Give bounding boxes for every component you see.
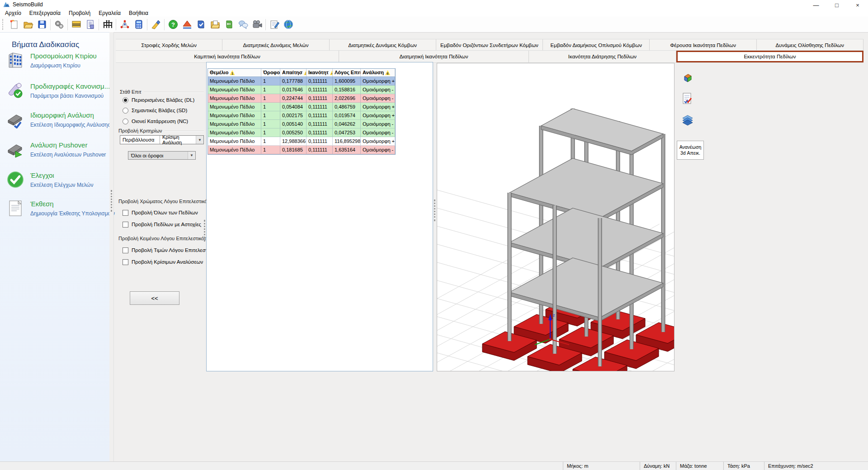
table-row[interactable]: Μεμονωμένο Πέδιλο 1 0,181685 0,111111 1,… — [208, 146, 395, 154]
video-tutorial-icon[interactable] — [250, 18, 264, 31]
collapse-panel-button[interactable]: << — [130, 291, 179, 305]
column-header-foundation[interactable]: Θεμέλιο1 — [208, 69, 261, 76]
layers-icon[interactable] — [679, 111, 696, 128]
step-subtitle[interactable]: Δημιουργία Έκθεσης Υπολογισμών — [30, 210, 115, 217]
report-template-icon[interactable] — [83, 18, 97, 31]
step-subtitle[interactable]: Εκτέλεση Ελέγχων Μελών — [30, 182, 93, 188]
step-title: Προσομοίωση Κτιρίου — [30, 52, 97, 60]
table-row[interactable]: Μεμονωμένο Πέδιλο 1 12,988366 0,111111 1… — [208, 137, 395, 146]
close-button[interactable]: × — [847, 0, 868, 10]
radio-label[interactable]: Σημαντικές Βλάβες (SD) — [132, 108, 187, 113]
cell-demand: 0,177788 — [280, 77, 307, 85]
sidebar-item-report[interactable]: Έκθεση Δημιουργία Έκθεσης Υπολογισμών — [5, 199, 108, 225]
sidebar-item-pushover-analysis[interactable]: Ανάλυση Pushover Εκτέλεση Αναλύσεων Push… — [5, 140, 108, 166]
title-bar: SeismoBuild — □ × — [0, 0, 868, 9]
step-subtitle[interactable]: Διαμόρφωση Κτιρίου — [30, 62, 80, 69]
edit-drawing-icon[interactable] — [267, 18, 281, 31]
radio-significant-damage[interactable] — [123, 108, 128, 114]
new-project-icon[interactable] — [7, 18, 21, 31]
cell-demand: 0,005140 — [280, 120, 307, 128]
cell-analysis: Ομοιόμορφη - — [361, 146, 395, 154]
radio-label[interactable]: Περιορισμένες Βλάβες (DL) — [132, 97, 194, 103]
open-project-icon[interactable] — [21, 18, 35, 31]
radio-limited-damage[interactable] — [123, 97, 128, 103]
cell-foundation: Μεμονωμένο Πέδιλο — [208, 103, 261, 111]
step-subtitle[interactable]: Εκτέλεση Ιδιομορφικής Ανάλυσης — [30, 122, 110, 128]
cell-foundation: Μεμονωμένο Πέδιλο — [208, 146, 261, 154]
sidebar-title: Βήματα Διαδικασίας — [12, 40, 79, 49]
modal-results-icon[interactable] — [180, 18, 194, 31]
sidebar-item-code-requirements[interactable]: Προδιαγραφές Κανονισμ... Παράμετροι βάσε… — [5, 81, 108, 108]
calculator-icon[interactable] — [132, 18, 146, 31]
toolbar-grip[interactable] — [2, 19, 5, 30]
checkbox-label[interactable]: Προβολή Πεδίλων με Αστοχίες — [132, 222, 201, 227]
cell-demand: 0,017646 — [280, 85, 307, 94]
menu-item[interactable]: Προβολή — [65, 9, 94, 17]
radio-near-collapse[interactable] — [123, 119, 128, 124]
table-row[interactable]: Μεμονωμένο Πέδιλο 1 0,002175 0,111111 0,… — [208, 111, 395, 120]
save-project-icon[interactable] — [35, 18, 49, 31]
column-header-storey[interactable]: Όροφο2 — [261, 69, 280, 76]
settings-gears-icon[interactable] — [52, 18, 66, 31]
cell-capacity: 0,111111 — [307, 111, 333, 119]
table-row[interactable]: Μεμονωμένο Πέδιλο 1 0,224744 0,111111 2,… — [208, 94, 395, 103]
help-icon[interactable]: ? — [166, 18, 180, 31]
feedback-chat-icon[interactable] — [236, 18, 250, 31]
step-subtitle[interactable]: Εκτέλεση Αναλύσεων Pushover — [30, 152, 106, 158]
step-subtitle[interactable]: Παράμετροι βάσει Κανονισμού — [30, 93, 104, 99]
cell-storey: 1 — [261, 103, 280, 111]
export-book-icon[interactable] — [222, 18, 236, 31]
criteria-view-group: Προβολή Κριτηρίων — [118, 128, 204, 133]
minimize-button[interactable]: — — [806, 0, 826, 10]
radio-label[interactable]: Οιονεί Κατάρρευση (NC) — [132, 119, 188, 124]
table-row[interactable]: Μεμονωμένο Πέδιλο 1 0,177788 0,111111 1,… — [208, 77, 395, 85]
code-check-icon[interactable] — [194, 18, 208, 31]
step-title: Έλεγχοι — [30, 171, 54, 179]
chevron-down-icon[interactable]: ▼ — [188, 152, 195, 159]
sidebar-item-eigenvalue-analysis[interactable]: Ιδιομορφική Ανάλυση Εκτέλεση Ιδιομορφική… — [5, 110, 108, 137]
column-header-ratio[interactable]: Λόγος Επιτε5 — [333, 69, 361, 76]
checkbox-show-critical-analyses[interactable] — [123, 259, 128, 265]
column-header-capacity[interactable]: Ικανότητ4 — [307, 69, 333, 76]
step-title: Ιδιομορφική Ανάλυση — [30, 111, 94, 119]
checkbox-label[interactable]: Προβολή Όλων των Πεδίλων — [132, 210, 198, 215]
column-header-analysis[interactable]: Ανάλυση6 — [361, 69, 395, 76]
menu-item[interactable]: Εργαλεία — [94, 9, 125, 17]
model-3d-icon[interactable] — [118, 18, 132, 31]
menu-item[interactable]: Βοήθεια — [125, 9, 152, 17]
table-row[interactable]: Μεμονωμένο Πέδιλο 1 0,005250 0,111111 0,… — [208, 128, 395, 137]
paint-display-icon[interactable] — [149, 18, 163, 31]
menu-item[interactable]: Αρχείο — [1, 9, 25, 17]
checkbox-label[interactable]: Προβολή Κρίσιμων Αναλύσεων — [132, 259, 203, 265]
table-row[interactable]: Μεμονωμένο Πέδιλο 1 0,054084 0,111111 0,… — [208, 103, 395, 111]
step-title: Έκθεση — [30, 200, 54, 208]
web-globe-icon[interactable] — [281, 18, 295, 31]
refresh-3d-button[interactable]: Ανανέωση 3d Απεικ. — [677, 141, 704, 160]
frame-model-icon[interactable] — [100, 18, 114, 31]
toolbar-separator — [99, 19, 99, 30]
chevron-down-icon[interactable]: ▼ — [196, 136, 203, 144]
sidebar-item-building-modelling[interactable]: Προσομοίωση Κτιρίου Διαμόρφωση Κτιρίου — [5, 51, 108, 77]
code-requirements-icon — [6, 81, 24, 100]
table-row[interactable]: Μεμονωμένο Πέδιλο 1 0,017646 0,111111 0,… — [208, 85, 395, 94]
checkbox-show-all-footings[interactable] — [123, 210, 128, 216]
sidebar-item-checks[interactable]: Έλεγχοι Εκτέλεση Ελέγχων Μελών — [5, 171, 108, 197]
cell-ratio: 1,600095 — [333, 77, 361, 85]
checkbox-show-ratio-values[interactable] — [123, 247, 128, 253]
cell-ratio: 0,047253 — [333, 128, 361, 137]
view-3d-icon[interactable] — [679, 69, 696, 86]
project-folder-icon[interactable] — [208, 18, 222, 31]
menu-item[interactable]: Επεξεργασία — [25, 9, 65, 17]
criteria-combo[interactable]: Περιβάλλουσα Κρίσιμη Ανάλυση ▼ — [120, 135, 204, 144]
checkbox-show-failed-footings[interactable] — [123, 222, 128, 228]
storey-combo[interactable]: Όλοι οι όροφοι ▼ — [128, 151, 196, 160]
cell-ratio: 0,486759 — [333, 103, 361, 111]
checks-display-icon[interactable] — [679, 90, 696, 107]
maximize-button[interactable]: □ — [826, 0, 847, 10]
storey-combo-value: Όλοι οι όροφοι — [128, 153, 188, 158]
table-row[interactable]: Μεμονωμένο Πέδιλο 1 0,005140 0,111111 0,… — [208, 120, 395, 128]
section-template-icon[interactable] — [69, 18, 83, 31]
column-header-demand[interactable]: Απαίτησ3 — [280, 69, 307, 76]
cell-ratio: 1,635164 — [333, 146, 361, 154]
viewer-3d-panel[interactable]: z — [437, 63, 675, 371]
